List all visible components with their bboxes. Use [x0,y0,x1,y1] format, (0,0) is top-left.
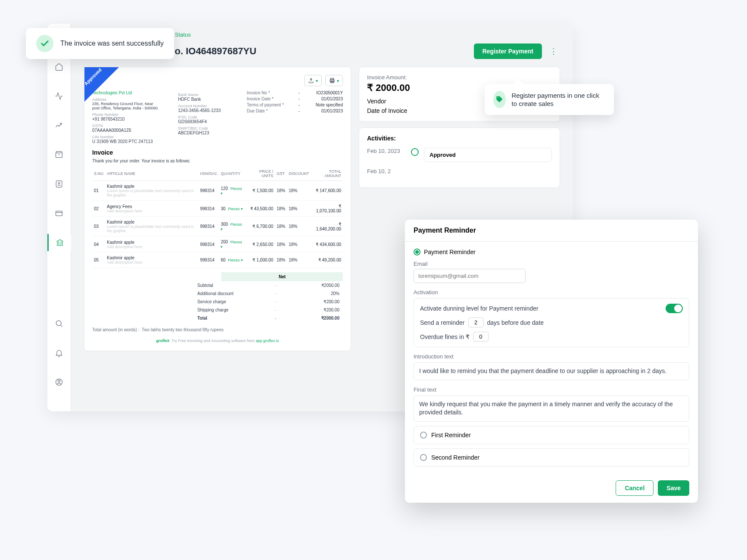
more-menu-button[interactable]: ⋮ [547,44,560,59]
activity-icon [55,92,63,100]
bank-icon [56,238,64,247]
print-button[interactable]: ▾ [325,75,343,86]
print-icon [329,78,335,84]
bell-icon [55,348,63,357]
contacts-icon [55,180,63,188]
search-icon [55,319,63,328]
tag-icon [493,91,506,108]
radio-second-reminder[interactable]: Second Reminder [414,448,689,467]
chart-icon [55,121,63,130]
nav-activity[interactable] [47,87,71,105]
invoice-preview-card: Approved ▾ ▾ Technologies Pvt Ltd Addres… [84,67,351,351]
box-icon [55,150,63,159]
save-button[interactable]: Save [658,480,689,496]
nav-wallet[interactable] [47,205,71,222]
radio-icon [420,454,427,461]
toast-message: The invoice was sent successfully [60,39,164,48]
overdue-fines-input[interactable] [473,332,489,342]
intro-text-input[interactable]: I would like to remind you that the paym… [414,362,689,380]
table-row: 01Kashmir appleLorem ipsum is placeholde… [92,181,343,201]
timeline-dot-icon [411,148,419,156]
svg-rect-3 [56,211,62,216]
success-toast: The invoice was sent successfully [26,28,174,59]
register-tip: Register payments in one click to create… [485,84,614,115]
modal-title: Payment Reminder [405,220,698,242]
dunning-toggle[interactable] [666,304,683,313]
nav-notifications[interactable] [47,344,71,361]
radio-icon [414,249,420,255]
table-row: 05Kashmir appleAdd description here99831… [92,252,343,268]
chevron-down-icon: ▾ [316,78,318,83]
approved-ribbon: Approved [84,67,119,102]
svg-rect-0 [56,153,62,158]
svg-point-4 [56,320,61,326]
table-row: 02Agency FeesAdd description here9983143… [92,201,343,217]
final-text-input[interactable]: We kindly request that you make the paym… [414,395,689,422]
user-icon [55,378,63,386]
chevron-down-icon: ▾ [337,78,339,83]
svg-point-6 [58,380,60,382]
table-row: 03Kashmir appleLorem ipsum is placeholde… [92,217,343,236]
radio-icon [420,432,427,439]
share-icon [308,78,314,84]
nav-home[interactable] [47,58,71,75]
nav-inventory[interactable] [47,146,71,163]
share-button[interactable]: ▾ [304,75,322,86]
email-field[interactable] [414,269,526,283]
wallet-icon [55,209,63,218]
payment-reminder-modal: Payment Reminder Payment Reminder Email … [405,220,698,503]
table-row: 04Kashmir appleAdd description here99831… [92,236,343,252]
register-payment-button[interactable]: Register Payment [474,44,542,59]
activity-item: Feb 10, 2023 Approved [367,148,552,162]
nav-contacts[interactable] [47,175,71,193]
nav-bank[interactable] [47,234,71,251]
radio-payment-reminder[interactable]: Payment Reminder [414,249,689,255]
invoice-heading: Invoice [92,149,343,156]
reminder-days-input[interactable] [468,317,484,327]
activities-card: Activities: Feb 10, 2023 Approved Feb 10… [359,128,560,188]
svg-point-2 [58,183,59,184]
activity-item: Feb 10, 2 [367,168,552,174]
check-icon [36,35,53,52]
tip-message: Register payments in one click to create… [512,91,605,108]
nav-reports[interactable] [47,117,71,134]
home-icon [55,62,63,71]
cancel-button[interactable]: Cancel [616,480,654,496]
footer-link[interactable]: app.groflex.io [256,339,279,343]
nav-search[interactable] [47,315,71,332]
nav-profile[interactable] [47,373,71,391]
sidebar [47,24,71,411]
radio-first-reminder[interactable]: First Reminder [414,426,689,444]
invoice-table: S.NO ARTICLE NAME HSN/SAC QUANTITY PRICE… [92,167,343,268]
